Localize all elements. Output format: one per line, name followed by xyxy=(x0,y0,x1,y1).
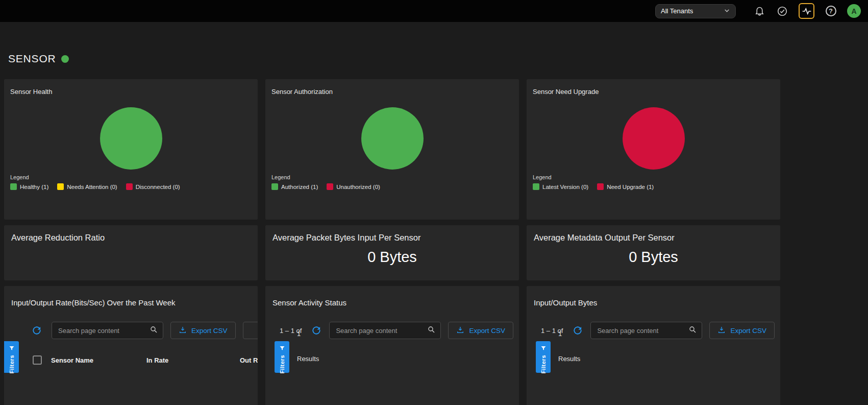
metric-value: 0 Bytes xyxy=(265,249,519,266)
avatar[interactable]: A xyxy=(847,4,861,18)
table-header: Sensor Name In Rate Out Rate xyxy=(4,355,258,366)
legend: Legend Latest Version (0) Need Upgrade (… xyxy=(533,174,654,190)
filters-label: Filters xyxy=(540,355,547,374)
legend-item: Latest Version (0) xyxy=(533,183,588,190)
app-screen: All Tenants A SENSOR Sensor Health xyxy=(0,0,868,405)
metric-value: 0 Bytes xyxy=(527,249,780,266)
card-average-metadata-output: Average Metadata Output Per Sensor 0 Byt… xyxy=(527,225,780,280)
pie-chart[interactable] xyxy=(623,107,685,170)
search-box[interactable] xyxy=(329,322,441,339)
search-icon xyxy=(150,325,158,336)
search-input[interactable] xyxy=(335,326,427,335)
card-title: Sensor Health xyxy=(4,79,258,96)
results-count: 1 xyxy=(558,330,580,338)
question-mark-icon xyxy=(826,6,836,16)
card-title: Sensor Need Upgrade xyxy=(527,79,780,96)
legend-item: Authorized (1) xyxy=(271,183,318,190)
pie-chart[interactable] xyxy=(100,107,162,170)
legend-title: Legend xyxy=(533,174,654,180)
search-input[interactable] xyxy=(596,326,688,335)
table-toolbar: Export CSV xyxy=(4,322,258,339)
card-sensor-health: Sensor Health Legend Healthy (1) Needs A… xyxy=(4,79,258,220)
search-icon xyxy=(688,325,697,336)
legend-item: Unauthorized (0) xyxy=(327,183,380,190)
legend-swatch xyxy=(327,183,333,190)
card-average-packet-bytes: Average Packet Bytes Input Per Sensor 0 … xyxy=(265,225,519,280)
export-csv-button[interactable]: Export CSV xyxy=(709,322,775,339)
refresh-icon[interactable] xyxy=(32,326,41,335)
search-input[interactable] xyxy=(57,326,150,335)
legend-swatch xyxy=(597,183,604,190)
filters-label: Filters xyxy=(279,355,285,374)
card-title: Sensor Activity Status xyxy=(265,286,519,307)
export-csv-button[interactable]: Export CSV xyxy=(448,322,513,339)
filter-icon xyxy=(540,344,547,353)
chevron-down-icon xyxy=(724,7,730,15)
legend-swatch xyxy=(271,183,278,190)
legend-label: Authorized (1) xyxy=(281,184,318,190)
filters-tab[interactable]: Filters xyxy=(536,341,551,373)
dashboard-grid: Sensor Health Legend Healthy (1) Needs A… xyxy=(4,79,868,405)
export-csv-button[interactable]: Export CSV xyxy=(170,322,236,339)
sensor-activity-icon[interactable] xyxy=(799,3,814,19)
legend-title: Legend xyxy=(10,174,180,180)
filters-tab[interactable]: Filters xyxy=(275,341,289,373)
tenant-selector-label: All Tenants xyxy=(661,7,693,15)
column-header-out-rate[interactable]: Out Rate xyxy=(240,356,258,364)
clipped-button[interactable] xyxy=(243,322,258,339)
legend-swatch xyxy=(126,183,133,190)
legend-label: Needs Attention (0) xyxy=(67,184,117,190)
download-icon xyxy=(717,326,726,336)
column-header-in-rate[interactable]: In Rate xyxy=(146,356,168,364)
card-title: Sensor Authorization xyxy=(265,79,519,96)
results-label: Results xyxy=(297,355,319,363)
results-summary: 1 Results xyxy=(297,330,319,363)
download-icon xyxy=(456,326,464,336)
results-summary: 1 Results xyxy=(558,330,580,363)
filter-icon xyxy=(9,344,15,353)
legend-swatch xyxy=(10,183,17,190)
search-box[interactable] xyxy=(590,322,702,339)
card-title: Average Packet Bytes Input Per Sensor xyxy=(265,225,519,243)
legend-item: Healthy (1) xyxy=(10,183,48,190)
search-box[interactable] xyxy=(52,322,163,339)
legend-label: Need Upgrade (1) xyxy=(607,184,654,190)
results-label: Results xyxy=(558,355,580,363)
export-csv-label: Export CSV xyxy=(730,327,766,335)
card-sensor-activity-status: Sensor Activity Status 1 – 1 of Export xyxy=(265,286,519,405)
legend: Legend Healthy (1) Needs Attention (0) D… xyxy=(10,174,180,190)
help-icon[interactable] xyxy=(824,5,837,18)
download-icon xyxy=(179,326,187,336)
card-sensor-need-upgrade: Sensor Need Upgrade Legend Latest Versio… xyxy=(527,79,780,220)
select-all-checkbox[interactable] xyxy=(33,355,42,365)
legend-item: Need Upgrade (1) xyxy=(597,183,654,190)
notifications-bell-icon[interactable] xyxy=(753,5,766,18)
card-io-bytes: Input/Output Bytes 1 – 1 of Export CSV xyxy=(527,286,780,405)
pie-chart[interactable] xyxy=(361,107,424,170)
status-dot xyxy=(61,55,69,63)
legend-label: Disconnected (0) xyxy=(136,184,180,190)
column-header-sensor-name[interactable]: Sensor Name xyxy=(51,356,93,364)
tasks-check-circle-icon[interactable] xyxy=(776,5,789,18)
legend-swatch xyxy=(533,183,539,190)
legend-label: Unauthorized (0) xyxy=(336,184,380,190)
legend-label: Latest Version (0) xyxy=(542,184,588,190)
card-title: Input/Output Bytes xyxy=(527,286,780,307)
card-sensor-authorization: Sensor Authorization Legend Authorized (… xyxy=(265,79,519,220)
search-icon xyxy=(427,325,435,336)
card-average-reduction-ratio: Average Reduction Ratio xyxy=(4,225,258,280)
page-title: SENSOR xyxy=(8,53,56,65)
topbar: All Tenants A xyxy=(0,0,868,22)
card-io-rate: Input/Output Rate(Bits/Sec) Over the Pas… xyxy=(4,286,258,405)
legend-swatch xyxy=(57,183,64,190)
export-csv-label: Export CSV xyxy=(191,327,228,335)
legend-label: Healthy (1) xyxy=(20,184,48,190)
filter-icon xyxy=(279,344,285,353)
results-count: 1 xyxy=(297,330,319,338)
tenant-selector[interactable]: All Tenants xyxy=(655,4,736,18)
page-header: SENSOR xyxy=(8,53,868,65)
card-title: Input/Output Rate(Bits/Sec) Over the Pas… xyxy=(4,286,258,307)
legend-item: Needs Attention (0) xyxy=(57,183,117,190)
export-csv-label: Export CSV xyxy=(469,327,505,335)
card-title: Average Metadata Output Per Sensor xyxy=(527,225,780,243)
